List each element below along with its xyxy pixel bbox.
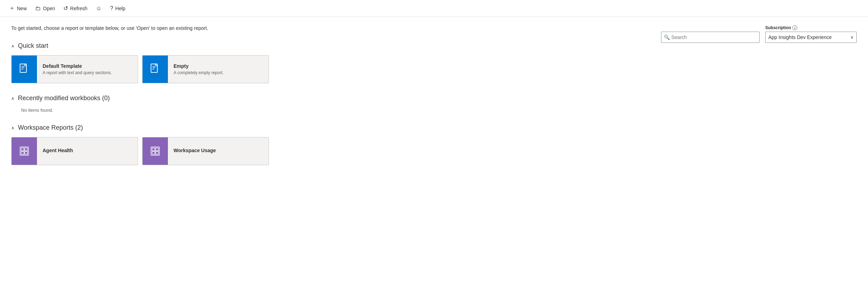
- section-title-workspace-reports: Workspace Reports (2): [18, 124, 83, 131]
- subscription-label: Subscription i: [765, 25, 857, 30]
- new-label: New: [17, 6, 27, 11]
- svg-rect-3: [21, 148, 24, 151]
- chevron-up-icon: ∧: [11, 44, 14, 48]
- card-icon-area-agent-health: [12, 137, 37, 165]
- card-content-default-template: Default TemplateA report with text and q…: [37, 59, 138, 79]
- card-content-workspace-usage: Workspace Usage: [168, 143, 269, 159]
- feedback-button[interactable]: ☺: [92, 3, 105, 14]
- main-content: To get started, choose a report or templ…: [0, 17, 868, 185]
- help-button[interactable]: ? Help: [107, 3, 129, 14]
- card-title-default-template: Default Template: [43, 63, 132, 69]
- sections-container: ∧Quick start Default TemplateA report wi…: [11, 42, 857, 165]
- card-workspace-usage[interactable]: Workspace Usage: [142, 137, 269, 165]
- card-empty[interactable]: EmptyA completely empty report.: [142, 55, 269, 83]
- card-content-empty: EmptyA completely empty report.: [168, 59, 269, 79]
- feedback-icon: ☺: [96, 5, 101, 12]
- chevron-up-icon: ∧: [11, 96, 14, 101]
- svg-rect-4: [25, 148, 27, 151]
- subscription-value: App Insights Dev Experience: [768, 34, 832, 40]
- open-icon: 🗀: [35, 5, 41, 12]
- card-title-empty: Empty: [174, 63, 263, 69]
- card-desc-default-template: A report with text and query sections.: [43, 70, 132, 75]
- chevron-up-icon: ∧: [11, 125, 14, 130]
- refresh-icon: ↺: [63, 5, 68, 12]
- new-button[interactable]: ＋ New: [6, 2, 30, 14]
- section-title-quick-start: Quick start: [18, 42, 48, 50]
- section-recently-modified: ∧Recently modified workbooks (0)No items…: [11, 95, 857, 113]
- search-group: 🔍: [661, 32, 760, 43]
- card-default-template[interactable]: Default TemplateA report with text and q…: [11, 55, 138, 83]
- refresh-button[interactable]: ↺ Refresh: [60, 3, 91, 14]
- new-icon: ＋: [9, 5, 15, 12]
- svg-rect-9: [156, 148, 158, 151]
- workspace-icon: [19, 146, 29, 156]
- help-icon: ?: [110, 5, 113, 12]
- section-header-recently-modified[interactable]: ∧Recently modified workbooks (0): [11, 95, 857, 102]
- svg-rect-11: [156, 151, 158, 154]
- chevron-down-icon: ∨: [850, 35, 854, 40]
- svg-rect-10: [152, 151, 155, 154]
- section-workspace-reports: ∧Workspace Reports (2) Agent Health: [11, 124, 857, 165]
- no-items-recently-modified: No items found.: [21, 108, 857, 113]
- card-icon-area-workspace-usage: [143, 137, 168, 165]
- subscription-dropdown[interactable]: App Insights Dev Experience ∨: [765, 32, 857, 43]
- section-quick-start: ∧Quick start Default TemplateA report wi…: [11, 42, 857, 83]
- svg-rect-6: [25, 151, 27, 154]
- card-icon-area-empty: [143, 55, 168, 83]
- search-wrapper: 🔍: [661, 32, 760, 43]
- search-icon: 🔍: [664, 34, 670, 40]
- doc-icon: [19, 64, 29, 75]
- card-title-agent-health: Agent Health: [43, 148, 132, 153]
- section-header-quick-start[interactable]: ∧Quick start: [11, 42, 857, 50]
- help-label: Help: [115, 6, 126, 11]
- search-input[interactable]: [661, 32, 760, 43]
- card-agent-health[interactable]: Agent Health: [11, 137, 138, 165]
- open-button[interactable]: 🗀 Open: [32, 3, 58, 14]
- doc-icon: [150, 64, 160, 75]
- cards-grid-workspace-reports: Agent Health Workspace Usage: [11, 137, 857, 165]
- refresh-label: Refresh: [70, 6, 87, 11]
- svg-rect-5: [21, 151, 24, 154]
- toolbar: ＋ New 🗀 Open ↺ Refresh ☺ ? Help: [0, 0, 868, 17]
- card-icon-area-default-template: [12, 55, 37, 83]
- cards-grid-quick-start: Default TemplateA report with text and q…: [11, 55, 857, 83]
- subscription-group: Subscription i App Insights Dev Experien…: [765, 25, 857, 43]
- card-title-workspace-usage: Workspace Usage: [174, 148, 263, 153]
- top-controls: 🔍 Subscription i App Insights Dev Experi…: [661, 25, 857, 43]
- card-content-agent-health: Agent Health: [37, 143, 138, 159]
- info-icon: i: [792, 25, 797, 30]
- card-desc-empty: A completely empty report.: [174, 70, 263, 75]
- section-title-recently-modified: Recently modified workbooks (0): [18, 95, 110, 102]
- section-header-workspace-reports[interactable]: ∧Workspace Reports (2): [11, 124, 857, 131]
- svg-rect-8: [152, 148, 155, 151]
- workspace-icon: [150, 146, 160, 156]
- open-label: Open: [43, 6, 55, 11]
